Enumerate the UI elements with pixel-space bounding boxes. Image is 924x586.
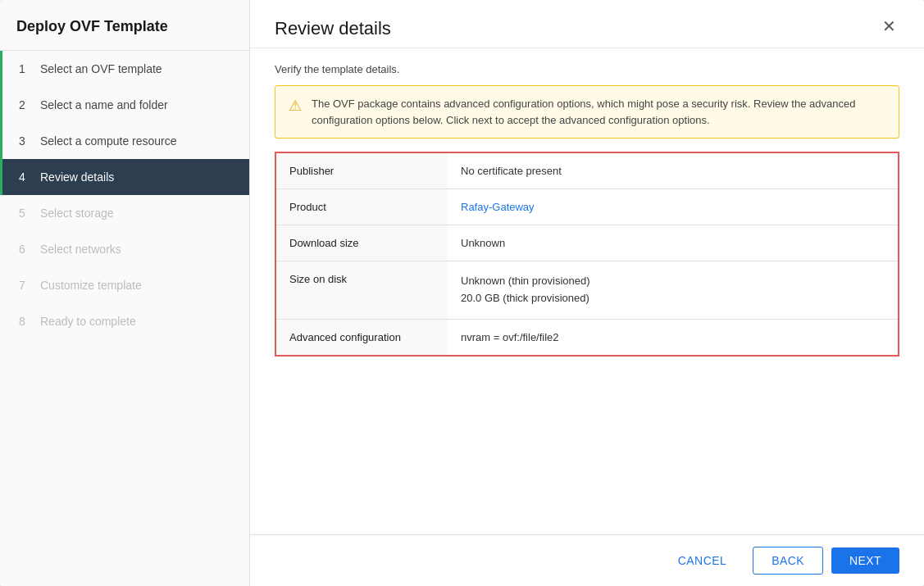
- sidebar: Deploy OVF Template 1 Select an OVF temp…: [0, 0, 250, 586]
- table-label-product: Product: [275, 189, 448, 225]
- next-button[interactable]: NEXT: [831, 547, 899, 574]
- table-row-product: Product Rafay-Gateway: [275, 189, 899, 225]
- table-label-publisher: Publisher: [275, 152, 448, 189]
- sidebar-title: Deploy OVF Template: [0, 0, 249, 51]
- sidebar-steps: 1 Select an OVF template 2 Select a name…: [0, 51, 249, 586]
- sidebar-step-4[interactable]: 4 Review details: [0, 159, 249, 195]
- main-body: Verify the template details. ⚠ The OVF p…: [250, 48, 924, 534]
- main-panel: Review details ✕ Verify the template det…: [250, 0, 924, 586]
- table-label-size-on-disk: Size on disk: [275, 261, 448, 320]
- warning-text: The OVF package contains advanced config…: [312, 96, 885, 128]
- step-num-7: 7: [19, 279, 32, 292]
- sidebar-step-2[interactable]: 2 Select a name and folder: [0, 87, 249, 123]
- close-button[interactable]: ✕: [879, 18, 899, 34]
- step-num-8: 8: [19, 315, 32, 328]
- step-num-1: 1: [19, 62, 32, 75]
- step-num-2: 2: [19, 98, 32, 111]
- step-num-3: 3: [19, 134, 32, 148]
- main-header: Review details ✕: [250, 0, 924, 48]
- table-row-publisher: Publisher No certificate present: [275, 152, 899, 189]
- sidebar-step-3[interactable]: 3 Select a compute resource: [0, 123, 249, 159]
- table-value-product: Rafay-Gateway: [448, 189, 899, 225]
- table-value-advanced-config: nvram = ovf:/file/file2: [448, 319, 899, 356]
- table-value-size-on-disk: Unknown (thin provisioned) 20.0 GB (thic…: [448, 261, 899, 320]
- table-row-advanced-config: Advanced configuration nvram = ovf:/file…: [275, 319, 899, 356]
- warning-icon: ⚠: [289, 97, 302, 115]
- step-label-3: Select a compute resource: [40, 134, 177, 148]
- sidebar-step-7: 7 Customize template: [0, 267, 249, 303]
- step-label-5: Select storage: [40, 207, 114, 220]
- main-footer: CANCEL BACK NEXT: [250, 534, 924, 586]
- step-label-6: Select networks: [40, 243, 121, 256]
- step-label-4: Review details: [40, 170, 114, 184]
- step-label-2: Select a name and folder: [40, 98, 168, 111]
- table-label-download-size: Download size: [275, 225, 448, 261]
- sidebar-step-5: 5 Select storage: [0, 195, 249, 231]
- sidebar-step-1[interactable]: 1 Select an OVF template: [0, 51, 249, 87]
- table-value-download-size: Unknown: [448, 225, 899, 261]
- sidebar-step-6: 6 Select networks: [0, 231, 249, 267]
- back-button[interactable]: BACK: [753, 547, 823, 575]
- main-title: Review details: [275, 18, 391, 39]
- table-row-size-on-disk: Size on disk Unknown (thin provisioned) …: [275, 261, 899, 320]
- details-table: Publisher No certificate present Product…: [275, 152, 899, 357]
- size-thick: 20.0 GB (thick provisioned): [461, 290, 885, 307]
- modal: Deploy OVF Template 1 Select an OVF temp…: [0, 0, 924, 586]
- sidebar-step-8: 8 Ready to complete: [0, 303, 249, 339]
- warning-box: ⚠ The OVF package contains advanced conf…: [275, 85, 899, 139]
- step-label-8: Ready to complete: [40, 315, 136, 328]
- table-value-publisher: No certificate present: [448, 152, 899, 189]
- size-thin: Unknown (thin provisioned): [461, 273, 885, 290]
- table-row-download-size: Download size Unknown: [275, 225, 899, 261]
- step-num-4: 4: [19, 170, 32, 184]
- verify-text: Verify the template details.: [275, 63, 899, 75]
- step-label-1: Select an OVF template: [40, 62, 162, 75]
- step-label-7: Customize template: [40, 279, 142, 292]
- step-num-5: 5: [19, 207, 32, 220]
- cancel-button[interactable]: CANCEL: [660, 547, 744, 574]
- step-num-6: 6: [19, 243, 32, 256]
- product-link[interactable]: Rafay-Gateway: [461, 201, 535, 213]
- table-label-advanced-config: Advanced configuration: [275, 319, 448, 356]
- close-icon: ✕: [882, 18, 896, 34]
